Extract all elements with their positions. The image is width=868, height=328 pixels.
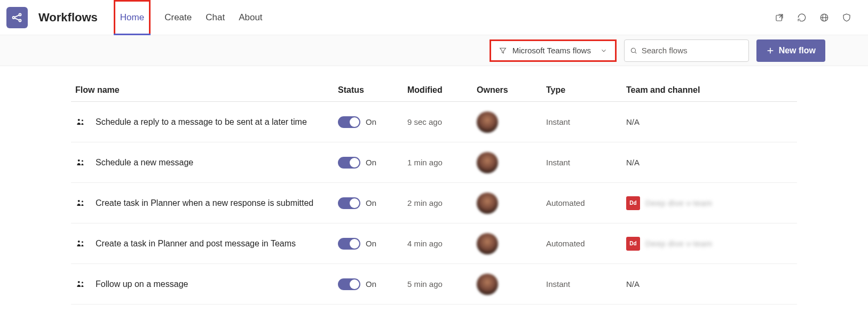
shield-icon[interactable] [838, 9, 855, 26]
toolbar: Microsoft Teams flows New flow [0, 35, 868, 66]
svg-line-10 [635, 52, 636, 53]
team-text: Deep dive v-team [645, 198, 713, 207]
app-title: Workflows [38, 11, 98, 25]
modified-cell: 1 min ago [407, 158, 477, 167]
svg-point-0 [13, 16, 15, 18]
svg-line-3 [14, 15, 19, 17]
team-cell: N/A [626, 117, 786, 126]
status-cell: On [338, 116, 407, 128]
owner-avatar[interactable] [477, 152, 498, 173]
filter-dropdown[interactable]: Microsoft Teams flows [490, 39, 617, 62]
plus-icon [766, 46, 775, 55]
type-cell: Automated [546, 198, 626, 207]
top-header: Workflows Home Create Chat About [0, 0, 868, 35]
svg-point-16 [82, 160, 83, 162]
status-toggle[interactable] [338, 157, 360, 169]
owner-avatar[interactable] [477, 274, 498, 295]
status-text: On [366, 239, 376, 248]
svg-point-13 [78, 118, 80, 121]
col-owners: Owners [477, 85, 546, 95]
table-row[interactable]: Create a task in Planner and post messag… [71, 223, 797, 264]
teams-icon [75, 157, 86, 168]
tab-about[interactable]: About [239, 0, 262, 35]
svg-point-17 [78, 199, 80, 202]
search-box[interactable] [624, 39, 749, 62]
modified-cell: 9 sec ago [407, 117, 477, 126]
owner-avatar[interactable] [477, 233, 498, 254]
search-icon [630, 46, 637, 55]
chevron-down-icon [600, 47, 607, 54]
team-cell: Dd Deep dive v-team [626, 196, 786, 210]
owner-avatar[interactable] [477, 193, 498, 214]
tab-chat[interactable]: Chat [206, 0, 225, 35]
status-toggle[interactable] [338, 116, 360, 128]
teams-icon [75, 117, 86, 127]
owner-avatar[interactable] [477, 111, 498, 133]
search-input[interactable] [642, 46, 743, 55]
table-row[interactable]: Schedule a new message On 1 min ago Inst… [71, 142, 797, 183]
status-cell: On [338, 157, 407, 169]
col-status: Status [338, 85, 407, 95]
flow-name-text: Create a task in Planner and post messag… [96, 239, 296, 249]
owner-cell [477, 193, 546, 214]
type-cell: Instant [546, 279, 626, 289]
flow-name-cell: Create a task in Planner and post messag… [71, 238, 338, 249]
team-cell: N/A [626, 279, 786, 289]
header-action-icons [771, 9, 855, 26]
new-flow-label: New flow [779, 46, 816, 55]
svg-point-2 [19, 19, 21, 21]
team-text: N/A [626, 117, 640, 126]
status-toggle[interactable] [338, 197, 360, 209]
flow-name-cell: Follow up on a message [71, 279, 338, 290]
col-modified: Modified [407, 85, 477, 95]
status-text: On [366, 198, 376, 207]
teams-icon [75, 238, 86, 249]
table-row[interactable]: Follow up on a message On 5 min ago Inst… [71, 264, 797, 305]
col-flowname: Flow name [71, 85, 338, 95]
svg-point-21 [78, 281, 80, 283]
status-cell: On [338, 197, 407, 209]
tab-home[interactable]: Home [114, 0, 151, 35]
modified-cell: 4 min ago [407, 239, 477, 248]
status-toggle[interactable] [338, 238, 360, 250]
svg-line-4 [14, 18, 19, 20]
table-row[interactable]: Schedule a reply to a message to be sent… [71, 102, 797, 142]
owner-cell [477, 152, 546, 173]
status-toggle[interactable] [338, 278, 360, 290]
popout-icon[interactable] [771, 9, 788, 26]
svg-point-18 [82, 201, 83, 202]
svg-point-9 [631, 48, 635, 52]
team-badge: Dd [626, 196, 640, 210]
team-text: N/A [626, 158, 640, 167]
team-cell: Dd Deep dive v-team [626, 237, 786, 251]
col-team: Team and channel [626, 85, 786, 95]
type-cell: Automated [546, 239, 626, 248]
status-cell: On [338, 238, 407, 250]
teams-icon [75, 279, 86, 290]
filter-label: Microsoft Teams flows [512, 46, 591, 55]
team-cell: N/A [626, 158, 786, 167]
svg-point-14 [82, 119, 83, 121]
owner-cell [477, 233, 546, 254]
status-cell: On [338, 278, 407, 290]
workflows-app-icon [6, 7, 28, 28]
modified-cell: 5 min ago [407, 279, 477, 289]
table-row[interactable]: Create task in Planner when a new respon… [71, 183, 797, 223]
tab-create[interactable]: Create [164, 0, 192, 35]
flow-name-cell: Schedule a new message [71, 157, 338, 168]
status-text: On [366, 158, 376, 167]
status-text: On [366, 117, 376, 126]
modified-cell: 2 min ago [407, 198, 477, 207]
type-cell: Instant [546, 158, 626, 167]
col-type: Type [546, 85, 626, 95]
refresh-icon[interactable] [793, 9, 810, 26]
svg-point-20 [82, 241, 83, 243]
table-header: Flow name Status Modified Owners Type Te… [71, 79, 797, 102]
globe-icon[interactable] [816, 9, 833, 26]
svg-point-19 [78, 240, 80, 242]
new-flow-button[interactable]: New flow [756, 39, 825, 62]
flow-name-text: Follow up on a message [96, 279, 188, 289]
team-text: N/A [626, 279, 640, 289]
owner-cell [477, 111, 546, 133]
teams-icon [75, 198, 86, 209]
